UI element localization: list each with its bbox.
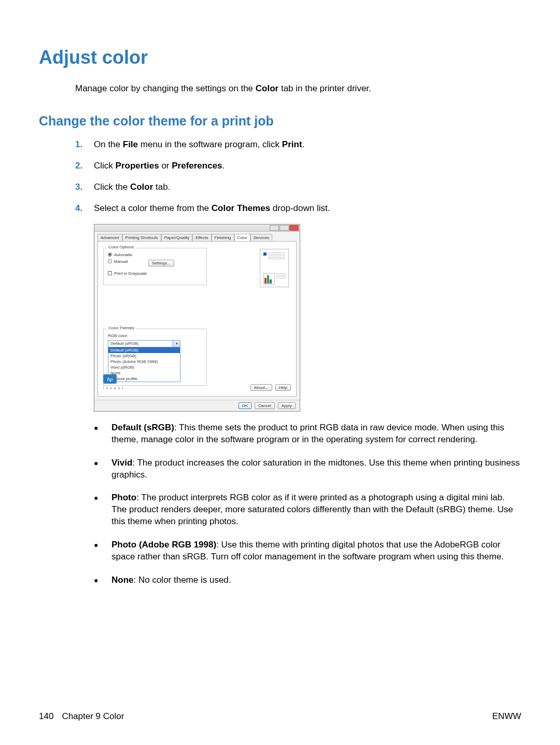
- hp-invent-label: i n v e n t: [103, 386, 123, 390]
- step-number: 4.: [75, 203, 94, 215]
- radio-icon: [108, 252, 112, 257]
- page-number: 140: [39, 711, 53, 722]
- bullet-icon: ●: [94, 457, 111, 481]
- t: Select a color theme from the: [94, 203, 212, 213]
- maximize-button[interactable]: [279, 225, 289, 231]
- radio-label: Manual: [114, 259, 128, 264]
- preview-chart-icon: [263, 273, 275, 285]
- bullet-none: ● None: No color theme is used.: [94, 574, 521, 586]
- page-title: Adjust color: [39, 47, 521, 68]
- page-preview: [260, 249, 289, 287]
- radio-automatic[interactable]: Automatic: [108, 252, 202, 257]
- t: Click: [94, 161, 116, 171]
- step-3: 3. Click the Color tab.: [75, 181, 521, 193]
- dropdown-selected: Default (sRGB): [110, 341, 138, 346]
- t: .: [222, 161, 225, 171]
- bullet-vivid: ● Vivid: The product increases the color…: [94, 457, 521, 481]
- color-options-group: Color Options Automatic Manual Settings.…: [103, 248, 207, 285]
- dropdown-option[interactable]: Custom profile: [108, 376, 180, 382]
- apply-button[interactable]: Apply: [278, 402, 296, 409]
- t: Color: [130, 182, 153, 192]
- t: drop-down list.: [270, 203, 330, 213]
- bullet-icon: ●: [94, 574, 111, 586]
- step-text: Select a color theme from the Color Them…: [94, 203, 521, 215]
- color-themes-group: Color Themes RGB color: Default (sRGB) ▾…: [103, 329, 207, 386]
- t: Click the: [94, 182, 130, 192]
- tab-effects[interactable]: Effects: [192, 234, 211, 241]
- tab-finishing[interactable]: Finishing: [212, 234, 234, 241]
- t: Preferences: [172, 161, 222, 171]
- t: or: [159, 161, 172, 171]
- tab-services[interactable]: Services: [250, 234, 273, 241]
- color-theme-dropdown[interactable]: Default (sRGB) ▾: [108, 340, 180, 347]
- step-4: 4. Select a color theme from the Color T…: [75, 203, 521, 215]
- dropdown-option[interactable]: Default (sRGB): [108, 347, 180, 353]
- checkbox-grayscale[interactable]: Print in Grayscale: [108, 271, 202, 276]
- section-title: Change the color theme for a print job: [39, 114, 521, 129]
- radio-icon: [108, 259, 112, 263]
- intro-post: tab in the printer driver.: [278, 83, 371, 93]
- color-theme-dropdown-list: Default (sRGB) Photo (sRGB) Photo (Adobe…: [108, 347, 180, 382]
- t: .: [302, 139, 305, 149]
- minimize-button[interactable]: [270, 225, 279, 231]
- bullet-term: Photo (Adobe RGB 1998): [111, 540, 216, 550]
- step-2: 2. Click Properties or Preferences.: [75, 160, 521, 172]
- chevron-down-icon: ▾: [173, 341, 180, 347]
- intro-pre: Manage color by changing the settings on…: [75, 83, 256, 93]
- printer-dialog-screenshot: Advanced Printing Shortcuts Paper/Qualit…: [94, 224, 521, 412]
- t: On the: [94, 139, 123, 149]
- bullet-term: Default (sRGB): [111, 423, 174, 432]
- dropdown-option[interactable]: None: [108, 370, 180, 376]
- tab-color[interactable]: Color: [234, 234, 250, 241]
- step-text: Click Properties or Preferences.: [94, 160, 521, 172]
- step-number: 2.: [75, 160, 94, 172]
- step-text: Click the Color tab.: [94, 181, 521, 193]
- chapter-label: Chapter 9 Color: [62, 711, 124, 722]
- dialog-tabs: Advanced Printing Shortcuts Paper/Qualit…: [94, 232, 300, 241]
- dropdown-option[interactable]: Vivid (sRGB): [108, 364, 180, 370]
- bullet-text: : The product interprets RGB color as if…: [111, 493, 513, 526]
- page-footer: 140 Chapter 9 Color ENWW: [39, 711, 521, 722]
- dialog-titlebar: [94, 224, 300, 232]
- intro-paragraph: Manage color by changing the settings on…: [75, 83, 521, 95]
- step-number: 1.: [75, 139, 94, 151]
- bullet-text: : No color theme is used.: [134, 575, 231, 585]
- about-button[interactable]: About...: [250, 384, 272, 391]
- group-title: Color Options: [107, 245, 135, 249]
- radio-label: Automatic: [114, 252, 133, 257]
- step-1: 1. On the File menu in the software prog…: [75, 139, 521, 151]
- bullet-term: Photo: [111, 493, 136, 502]
- steps-list: 1. On the File menu in the software prog…: [75, 139, 521, 215]
- bullet-term: None: [111, 575, 134, 585]
- bullet-icon: ●: [94, 539, 111, 563]
- hp-logo-icon: hp: [103, 374, 117, 384]
- t: Print: [282, 139, 302, 149]
- bullet-photo-adobe: ● Photo (Adobe RGB 1998): Use this theme…: [94, 539, 521, 563]
- tab-printing-shortcuts[interactable]: Printing Shortcuts: [122, 234, 161, 241]
- dialog-button-row: OK Cancel Apply: [94, 400, 300, 411]
- help-button[interactable]: Help: [275, 384, 291, 391]
- settings-button[interactable]: Settings...: [148, 260, 174, 266]
- t: menu in the software program, click: [138, 139, 282, 149]
- checkbox-icon: [108, 271, 112, 275]
- bullet-default-srgb: ● Default (sRGB): This theme sets the pr…: [94, 422, 521, 446]
- printer-properties-dialog: Advanced Printing Shortcuts Paper/Qualit…: [94, 224, 300, 412]
- tab-paper-quality[interactable]: Paper/Quality: [161, 234, 192, 241]
- bullet-icon: ●: [94, 422, 111, 446]
- t: File: [123, 139, 138, 149]
- ok-button[interactable]: OK: [239, 402, 252, 409]
- t: Color Themes: [212, 203, 270, 213]
- footer-right: ENWW: [492, 711, 521, 722]
- close-button[interactable]: [289, 225, 299, 231]
- bullet-term: Vivid: [111, 458, 132, 468]
- t: tab.: [153, 182, 170, 192]
- cancel-button[interactable]: Cancel: [255, 402, 275, 409]
- bullet-photo: ● Photo: The product interprets RGB colo…: [94, 492, 521, 528]
- bullet-text: : The product increases the color satura…: [111, 458, 520, 480]
- group-title: Color Themes: [107, 326, 136, 330]
- tab-advanced[interactable]: Advanced: [97, 234, 122, 241]
- step-text: On the File menu in the software program…: [94, 139, 521, 151]
- dropdown-option[interactable]: Photo (sRGB): [108, 353, 180, 359]
- step-number: 3.: [75, 181, 94, 193]
- dropdown-option[interactable]: Photo (Adobe RGB 1998): [108, 359, 180, 364]
